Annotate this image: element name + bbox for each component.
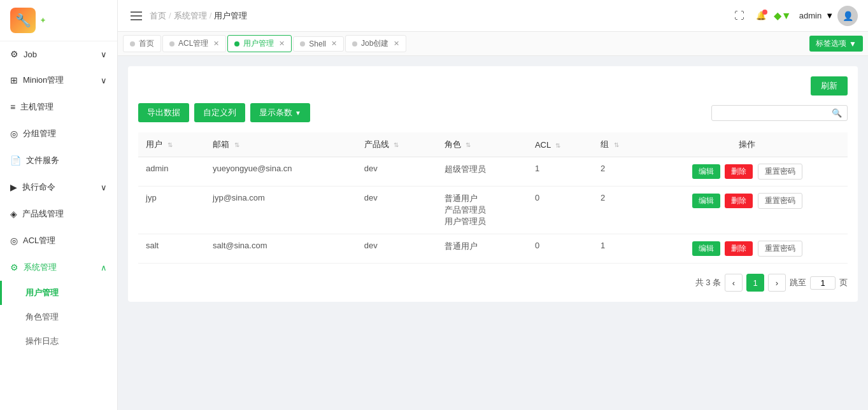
minion-icon: ⊞: [10, 75, 18, 85]
acl-nav-icon: ◎: [10, 236, 18, 246]
refresh-button[interactable]: 刷新: [811, 76, 848, 95]
edit-button-0[interactable]: 编辑: [692, 164, 720, 179]
tab-acl-dot: [169, 41, 174, 46]
sidebar-item-minion[interactable]: ⊞ Minion管理 ∨: [0, 67, 117, 94]
delete-button-1[interactable]: 删除: [725, 194, 753, 208]
tab-user-label: 用户管理: [243, 38, 274, 49]
next-page-button[interactable]: ›: [768, 274, 786, 292]
sidebar: 🔧 + ⚙ Job ∨ ⊞ Minion管理 ∨ ≡ 主机管理 ◎ 分组管理 📄…: [0, 0, 118, 410]
cell-email-2: salt@sina.com: [205, 234, 357, 264]
sidebar-item-group[interactable]: ◎ 分组管理: [0, 120, 117, 147]
notification-button[interactable]: 🔔: [756, 11, 766, 20]
fullscreen-button[interactable]: ⛶: [730, 7, 748, 25]
user-dropdown-icon: ▼: [825, 11, 834, 20]
header-left: 首页 / 系统管理 / 用户管理: [128, 9, 247, 23]
cell-acl-2: 0: [527, 234, 593, 264]
col-role: 角色 ⇅: [437, 132, 527, 157]
tab-user-close[interactable]: ✕: [279, 39, 285, 48]
col-group: 组 ⇅: [593, 132, 646, 157]
user-sort-icon[interactable]: ⇅: [167, 141, 173, 148]
page-jump-input[interactable]: [810, 276, 836, 290]
tags-option-label: 标签选项: [816, 38, 846, 49]
cell-group-2: 1: [593, 234, 646, 264]
search-input[interactable]: [717, 108, 832, 118]
user-name-label: admin: [799, 11, 822, 20]
sidebar-submenu-user-mgmt[interactable]: 用户管理: [0, 281, 117, 305]
sidebar-item-exec[interactable]: ▶ 执行命令 ∨: [0, 174, 117, 201]
edit-button-1[interactable]: 编辑: [692, 194, 720, 208]
sidebar-submenu-op-log[interactable]: 操作日志: [0, 329, 117, 353]
jump-label: 跳至: [790, 277, 806, 288]
tab-job-create[interactable]: Job创建 ✕: [345, 35, 406, 52]
acl-sort-icon[interactable]: ⇅: [555, 142, 560, 149]
display-rows-button[interactable]: 显示条数 ▼: [250, 103, 310, 122]
cell-acl-0: 1: [527, 157, 593, 187]
tab-home[interactable]: 首页: [123, 35, 161, 52]
hamburger-menu[interactable]: [128, 9, 145, 23]
col-product-line: 产品线 ⇅: [357, 132, 437, 157]
logo-area: 🔧 +: [0, 0, 117, 41]
prev-page-button[interactable]: ‹: [725, 274, 743, 292]
product-icon: ◈: [10, 209, 17, 219]
delete-button-2[interactable]: 删除: [725, 241, 753, 256]
customize-button[interactable]: 自定义列: [194, 103, 245, 122]
user-mgmt-label: 用户管理: [25, 288, 59, 297]
reset-password-button-2[interactable]: 重置密码: [758, 241, 802, 257]
system-submenu: 用户管理 角色管理 操作日志: [0, 281, 117, 353]
data-table: 用户 ⇅ 邮箱 ⇅ 产品线 ⇅ 角色 ⇅: [138, 132, 848, 264]
total-count: 共 3 条: [695, 277, 721, 288]
sidebar-item-job[interactable]: ⚙ Job ∨: [0, 41, 117, 67]
sidebar-item-host[interactable]: ≡ 主机管理: [0, 94, 117, 120]
col-email: 邮箱 ⇅: [205, 132, 357, 157]
top-right-bar: 刷新: [138, 76, 848, 95]
tab-acl[interactable]: ACL管理 ✕: [162, 35, 226, 52]
user-menu[interactable]: admin ▼ 👤: [799, 6, 858, 26]
tags-option-icon: ▼: [849, 39, 857, 48]
sidebar-item-acl[interactable]: ◎ ACL管理: [0, 227, 117, 254]
role-sort-icon[interactable]: ⇅: [466, 141, 471, 148]
tab-home-dot: [130, 41, 135, 46]
table-row: admin yueyongyue@sina.cn dev 超级管理员 1 2 编…: [138, 157, 848, 187]
page-1-button[interactable]: 1: [746, 274, 764, 292]
cell-group-1: 2: [593, 187, 646, 234]
sidebar-submenu-role-mgmt[interactable]: 角色管理: [0, 305, 117, 329]
user-avatar: 👤: [837, 6, 858, 26]
tab-job-dot: [352, 41, 357, 46]
table-row: salt salt@sina.com dev 普通用户 0 1 编辑 删除 重置…: [138, 234, 848, 264]
col-user: 用户 ⇅: [138, 132, 205, 157]
cell-user-2: salt: [138, 234, 205, 264]
tab-shell-close[interactable]: ✕: [331, 39, 337, 48]
sidebar-item-system[interactable]: ⚙ 系统管理 ∧: [0, 254, 117, 281]
tab-acl-close[interactable]: ✕: [213, 39, 219, 48]
sidebar-item-file[interactable]: 📄 文件服务: [0, 147, 117, 174]
delete-button-0[interactable]: 删除: [725, 164, 753, 179]
tab-shell-label: Shell: [309, 39, 326, 48]
tab-home-label: 首页: [139, 38, 154, 49]
host-icon: ≡: [10, 102, 15, 112]
tab-shell[interactable]: Shell ✕: [293, 36, 344, 52]
breadcrumb-system[interactable]: 系统管理: [174, 10, 207, 22]
col-acl: ACL ⇅: [527, 132, 593, 157]
cell-role-2: 普通用户: [437, 234, 527, 264]
tab-job-label: Job创建: [361, 38, 388, 49]
export-button[interactable]: 导出数据: [138, 103, 189, 122]
tab-user-mgmt[interactable]: 用户管理 ✕: [227, 35, 292, 52]
group-icon: ◎: [10, 129, 18, 139]
product-sort-icon[interactable]: ⇅: [394, 141, 399, 148]
email-sort-icon[interactable]: ⇅: [234, 141, 239, 148]
sidebar-item-minion-label: Minion管理: [23, 74, 64, 86]
cell-product-2: dev: [357, 234, 437, 264]
tab-acl-label: ACL管理: [178, 38, 208, 49]
group-sort-icon[interactable]: ⇅: [614, 141, 619, 148]
breadcrumb-home[interactable]: 首页: [150, 10, 166, 22]
sidebar-item-product[interactable]: ◈ 产品线管理: [0, 201, 117, 227]
edit-button-2[interactable]: 编辑: [692, 241, 720, 256]
tags-option-button[interactable]: 标签选项 ▼: [809, 36, 863, 52]
search-icon[interactable]: 🔍: [832, 108, 842, 118]
reset-password-button-0[interactable]: 重置密码: [758, 164, 802, 180]
table-body: admin yueyongyue@sina.cn dev 超级管理员 1 2 编…: [138, 157, 848, 264]
toolbar: 导出数据 自定义列 显示条数 ▼ 🔍: [138, 103, 848, 122]
reset-password-button-1[interactable]: 重置密码: [758, 193, 802, 209]
tab-job-close[interactable]: ✕: [394, 39, 399, 48]
pagination: 共 3 条 ‹ 1 › 跳至 页: [138, 274, 848, 292]
